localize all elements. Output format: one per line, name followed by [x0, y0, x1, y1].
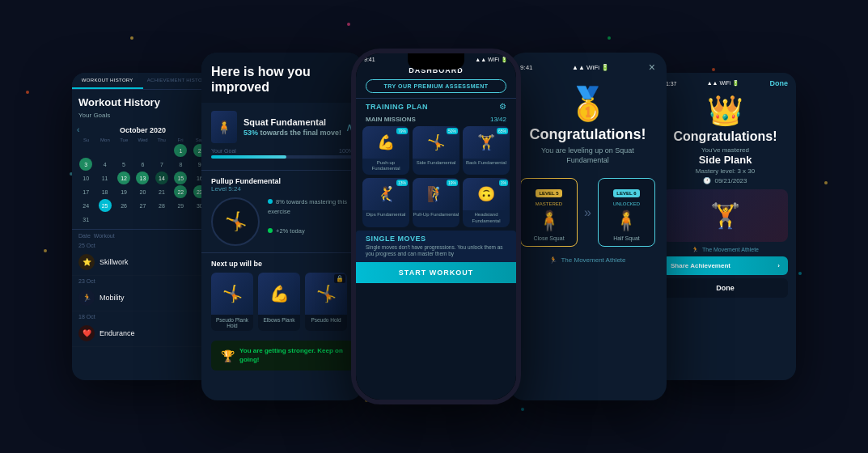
calendar-days-header: Su Mon Tue Wed Thu Fri Sat	[77, 138, 209, 142]
time: 9:41	[364, 57, 375, 63]
mission-back-img: 🏋️65%	[463, 126, 510, 159]
pullup-stat2: +2% today	[276, 227, 305, 235]
improvement-header: Here is how you improved	[201, 53, 363, 103]
date-info: 🕐 09/21/2023	[654, 177, 796, 184]
screen5-status-bar: 11:37 ▲▲ WiFi 🔋 Done	[654, 73, 796, 91]
trophy-icon: 🏆	[221, 349, 235, 362]
mastered-label: You've mastered	[654, 146, 796, 154]
workout-name-skillwork: Skillwork	[100, 258, 205, 266]
mission-headstand-img: 🙃1%	[463, 178, 510, 210]
start-workout-button[interactable]: START WORKOUT	[356, 262, 516, 283]
next-up-img-0: 🤸	[211, 273, 253, 315]
mission-dips-img: 🤾13%	[362, 178, 409, 210]
side-plank-image: 🏋️	[663, 189, 788, 242]
mission-back-label: Back Fundamental	[463, 160, 510, 166]
share-achievement-button[interactable]: Share Achievement ›	[663, 256, 788, 275]
filter-icon[interactable]: ⚙	[499, 102, 506, 111]
screen1-tabs: WORKOUT HISTORY ACHIEVEMENT HISTORY	[72, 73, 214, 90]
mission-back[interactable]: 🏋️65% Back Fundamental	[463, 126, 510, 175]
share-arrow-icon: ›	[777, 262, 780, 269]
goal-label: Your Goal	[211, 148, 236, 154]
signal-icons: ▲▲ WiFi 🔋	[475, 57, 508, 63]
tab-workout-history[interactable]: WORKOUT HISTORY	[72, 73, 143, 89]
level-cards: LEVEL 5 MASTERED 🧍 Close Squat » LEVEL 6…	[509, 171, 667, 253]
screens-container: WORKOUT HISTORY ACHIEVEMENT HISTORY Work…	[0, 0, 868, 453]
level-arrow: »	[584, 178, 591, 247]
mission-pushup[interactable]: 💪79% Push-up Fundamental	[362, 126, 409, 175]
stronger-banner: 🏆 You are getting stronger. Keep on goin…	[211, 341, 354, 370]
progress-bar-fill	[211, 155, 286, 159]
workout-item-endurance[interactable]: ❤️ Endurance ›	[72, 320, 214, 347]
movement-athlete-label4: 🏃 The Movement Athlete	[509, 253, 667, 267]
mission-side[interactable]: 🤸50% Side Fundamental	[413, 126, 459, 175]
phone-notch	[408, 53, 464, 70]
level6-status: UNLOCKED	[603, 201, 650, 206]
pullup-title: Pullup Fundemental	[211, 177, 354, 185]
premium-assessment-button[interactable]: TRY OUR PREMIUM ASSESSMENT	[366, 79, 506, 93]
level6-name: Half Squat	[603, 235, 650, 241]
pullup-level: Level 5:24	[211, 185, 354, 193]
next-up-item-0[interactable]: 🤸 Pseudo Plank Hold	[211, 273, 253, 331]
next-up-title: Next up will be	[211, 260, 354, 268]
calendar-grid: 12 3456789 10111213141516 17181920212223…	[77, 144, 209, 226]
calendar-prev[interactable]: ‹	[77, 125, 79, 134]
squat-card: 🧍 Squat Fundamental 53% towards the fina…	[201, 103, 363, 171]
training-plan-header: TRAINING PLAN ⚙	[356, 98, 516, 114]
squat-progress: 53% towards the final move!	[243, 129, 341, 137]
mission-headstand-label: Headstand Fundamental	[463, 212, 510, 223]
phone-screen: 9:41 ▲▲ WiFi 🔋 DASHBOARD TRY OUR PREMIUM…	[356, 53, 516, 400]
mission-pullup-badge: 19%	[447, 180, 458, 186]
movement-label4: The Movement Athlete	[561, 256, 625, 264]
stronger-text: You are getting stronger. Keep on going!	[239, 347, 344, 364]
mission-back-badge: 65%	[497, 128, 508, 134]
mission-pullup[interactable]: 🧗19% Pull-Up Fundamental	[413, 178, 459, 226]
mission-side-label: Side Fundamental	[413, 160, 459, 166]
calendar-month: October 2020	[120, 126, 166, 134]
next-up-section: Next up will be 🤸 Pseudo Plank Hold 💪 El…	[201, 253, 363, 337]
crown-icon: 👑	[654, 91, 796, 129]
mission-dips-badge: 13%	[396, 180, 408, 186]
pullup-figure: 🤸	[211, 197, 260, 246]
next-up-item-2[interactable]: 🤸 🔒 Pseudo Hold	[305, 273, 347, 331]
workout-name-mobility: Mobility	[100, 294, 205, 302]
calendar[interactable]: ‹ October 2020 › Su Mon Tue Wed Thu Fri …	[72, 122, 214, 229]
screen1-workout-history: WORKOUT HISTORY ACHIEVEMENT HISTORY Work…	[72, 73, 214, 380]
congrats-sub: You are leveling up on Squat Fundamental	[520, 146, 655, 165]
level6-figure: 🧍	[603, 210, 650, 232]
next-up-label-0: Pseudo Plank Hold	[211, 315, 253, 331]
mission-pullup-label: Pull-Up Fundamental	[413, 212, 459, 218]
mission-headstand-badge: 1%	[499, 180, 508, 186]
mission-dips[interactable]: 🤾13% Dips Fundamental	[362, 178, 409, 226]
improvement-title: Here is how you improved	[211, 64, 354, 95]
pullup-stats: 8% towards mastering this exercise +2% t…	[268, 197, 354, 246]
next-up-label-1: Elbows Plank	[258, 315, 300, 325]
level6-badge: LEVEL 6	[613, 189, 639, 197]
screen3-dashboard-phone: 9:41 ▲▲ WiFi 🔋 DASHBOARD TRY OUR PREMIUM…	[351, 49, 521, 404]
screen4-congratulations: 9:41 ▲▲ WiFi 🔋 × 🥇 Congratulations! You …	[509, 53, 667, 400]
main-missions-label: MAIN MISSIONS	[366, 116, 416, 123]
level5-name: Close Squat	[526, 235, 572, 241]
level5-card: LEVEL 5 MASTERED 🧍 Close Squat	[520, 178, 578, 247]
squat-title: Squat Fundamental	[243, 117, 341, 127]
done-bottom-button[interactable]: Done	[663, 278, 788, 298]
workout-date-23: 23 Oct	[72, 276, 214, 285]
pullup-stat1: 8% towards mastering this exercise	[268, 198, 347, 215]
next-up-item-1[interactable]: 💪 Elbows Plank	[258, 273, 300, 331]
medal-icon: 🥇	[520, 85, 655, 123]
workout-history-title: Workout History	[72, 90, 214, 112]
close-button[interactable]: ×	[649, 61, 655, 74]
mission-headstand[interactable]: 🙃1% Headstand Fundamental	[463, 178, 510, 226]
workouts-header: Date Workout	[72, 229, 214, 240]
next-up-lock: 🔒	[334, 274, 345, 283]
progress-bar	[211, 155, 354, 159]
level5-figure: 🧍	[526, 210, 572, 232]
done-top-button[interactable]: Done	[770, 79, 789, 87]
main-missions-count: 13/42	[490, 116, 506, 123]
workout-item-skillwork[interactable]: ⭐ Skillwork ›	[72, 249, 214, 276]
next-up-img-2: 🤸 🔒	[305, 273, 347, 315]
single-moves-section: SINGLE MOVES Single moves don't have pro…	[356, 231, 516, 262]
workout-item-mobility[interactable]: 🏃 Mobility ›	[72, 285, 214, 311]
movement-athlete5: The Movement Athlete	[702, 247, 759, 252]
side-plank-name: Side Plank	[654, 154, 796, 166]
workout-icon-mobility: 🏃	[78, 290, 95, 306]
